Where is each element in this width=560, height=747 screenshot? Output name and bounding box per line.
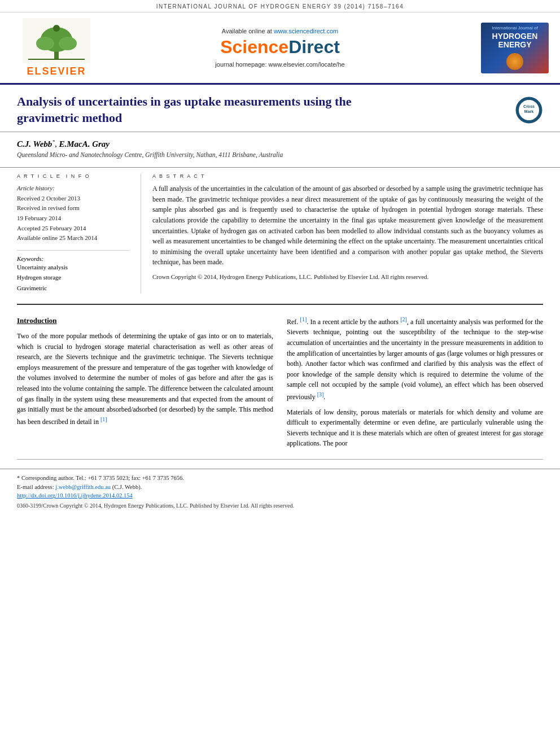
doi-line: http://dx.doi.org/10.1016/j.ijhydene.201… — [17, 491, 543, 500]
journal-header-text: International Journal of Hydrogen Energy… — [156, 3, 404, 10]
elsevier-logo: ELSEVIER — [11, 18, 102, 77]
intro-para-3: Materials of low density, porous materia… — [287, 407, 543, 449]
intro-para-1: Two of the more popular methods of deter… — [17, 331, 273, 427]
svg-point-5 — [53, 25, 60, 32]
footer-divider — [17, 459, 543, 460]
elsevier-tree-icon — [23, 18, 90, 63]
cover-decorative-circle — [506, 53, 523, 70]
sd-direct-text: Direct — [288, 37, 340, 57]
article-history: Article history: Received 2 October 2013… — [17, 184, 129, 243]
article-info-col: A R T I C L E I N F O Article history: R… — [17, 173, 141, 294]
sciencedirect-url[interactable]: www.sciencedirect.com — [274, 28, 338, 34]
article-title-section: Analysis of uncertainties in gas uptake … — [0, 85, 560, 132]
ref-1-right[interactable]: [1] — [300, 316, 307, 322]
keyword-3: Gravimetric — [17, 283, 129, 294]
article-title: Analysis of uncertainties in gas uptake … — [17, 94, 412, 126]
sd-science-text: Science — [220, 37, 288, 57]
abstract-text: A full analysis of the uncertainties in … — [152, 184, 543, 268]
email-note: E-mail address: j.webb@griffith.edu.au (… — [17, 483, 543, 492]
footer-issn: 0360-3199/Crown Copyright © 2014, Hydrog… — [17, 503, 543, 509]
crossmark-area: Cross Mark — [515, 96, 543, 126]
copyright-text: Crown Copyright © 2014, Hydrogen Energy … — [152, 272, 543, 282]
corresponding-note: * Corresponding author. Tel.: +61 7 3735… — [17, 474, 543, 483]
author-2: E.MacA. Gray — [59, 139, 110, 148]
body-col-left: Introduction Two of the more popular met… — [17, 315, 273, 453]
elsevier-wordmark: ELSEVIER — [27, 65, 86, 77]
svg-text:Mark: Mark — [524, 110, 533, 113]
journal-header-bar: International Journal of Hydrogen Energy… — [0, 0, 560, 12]
keyword-2: Hydrogen storage — [17, 272, 129, 283]
doi-link[interactable]: http://dx.doi.org/10.1016/j.ijhydene.201… — [17, 492, 133, 499]
affiliation-text: Queensland Micro- and Nanotechnology Cen… — [17, 151, 543, 158]
accepted-date: Accepted 25 February 2014 — [17, 224, 129, 234]
cover-journal-title: International Journal of — [492, 25, 537, 31]
banner: ELSEVIER Available online at www.science… — [0, 12, 560, 85]
ref-1[interactable]: [1] — [100, 416, 107, 422]
author-email[interactable]: j.webb@griffith.edu.au — [55, 484, 112, 490]
elsevier-logo-area: ELSEVIER — [11, 18, 102, 77]
intro-para-2: Ref. [1]. In a recent article by the aut… — [287, 315, 543, 403]
ref-3[interactable]: [3] — [317, 391, 324, 397]
author-1: C.J. Webb — [17, 139, 52, 148]
cover-journal-main: HYDROGENENERGY — [492, 32, 538, 50]
svg-point-4 — [59, 37, 77, 50]
body-col-right: Ref. [1]. In a recent article by the aut… — [287, 315, 543, 453]
keywords-section: Keywords: Uncertainty analysis Hydrogen … — [17, 250, 129, 294]
sciencedirect-area: Available online at www.sciencedirect.co… — [102, 28, 458, 68]
sciencedirect-logo: ScienceDirect — [102, 37, 458, 58]
authors-section: C.J. Webb*, E.MacA. Gray Queensland Micr… — [0, 132, 560, 163]
article-info-abstract: A R T I C L E I N F O Article history: R… — [0, 167, 560, 294]
received-2-label: Received in revised form — [17, 203, 129, 213]
article-info-label: A R T I C L E I N F O — [17, 173, 129, 179]
footer-section: * Corresponding author. Tel.: +61 7 3735… — [0, 469, 560, 509]
keyword-1: Uncertainty analysis — [17, 262, 129, 273]
journal-cover-image: International Journal of HYDROGENENERGY — [481, 23, 549, 73]
journal-cover-area: International Journal of HYDROGENENERGY — [458, 23, 549, 73]
keywords-label: Keywords: — [17, 255, 129, 262]
crossmark-icon: Cross Mark — [515, 96, 543, 124]
available-online-date: Available online 25 March 2014 — [17, 233, 129, 243]
history-label: Article history: — [17, 184, 129, 194]
svg-point-3 — [36, 37, 54, 50]
available-online-text: Available online at www.sciencedirect.co… — [102, 28, 458, 34]
corresponding-marker: * — [52, 139, 55, 145]
svg-text:Cross: Cross — [523, 104, 535, 108]
journal-homepage-text: journal homepage: www.elsevier.com/locat… — [102, 61, 458, 68]
abstract-col: A B S T R A C T A full analysis of the u… — [141, 173, 543, 294]
intro-heading: Introduction — [17, 315, 273, 326]
received-1: Received 2 October 2013 — [17, 194, 129, 204]
abstract-label: A B S T R A C T — [152, 173, 543, 179]
authors-line: C.J. Webb*, E.MacA. Gray — [17, 139, 543, 149]
received-2-date: 19 February 2014 — [17, 213, 129, 224]
body-section: Introduction Two of the more popular met… — [0, 305, 560, 453]
ref-2[interactable]: [2] — [400, 316, 407, 322]
